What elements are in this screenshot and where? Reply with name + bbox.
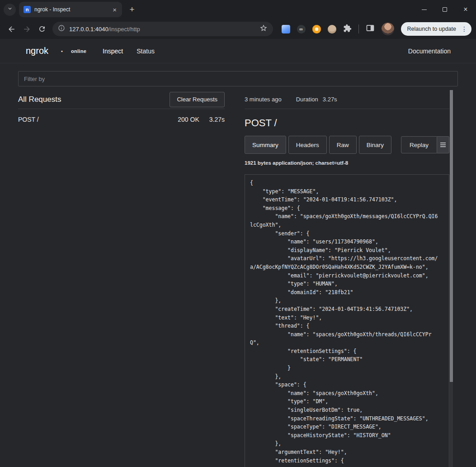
toolbar-divider [358,24,359,33]
browser-tab[interactable]: n ngrok - Inspect × [19,2,122,17]
relaunch-button[interactable]: Relaunch to update ⋮ [401,22,471,36]
forward-arrow-icon [23,25,31,33]
bookmark-star-icon[interactable] [259,24,268,34]
back-button[interactable] [4,21,19,37]
scrollbar-thumb[interactable] [450,90,453,382]
toolbar-right-cluster: ∞ Relaunch to update ⋮ [282,22,472,36]
panel-scrollbar[interactable] [450,90,453,467]
request-body-block: { "type": "MESSAGE", "eventTime": "2024-… [245,174,449,467]
tab-binary[interactable]: Binary [359,136,391,154]
extension-icon-orange[interactable] [312,25,321,33]
side-panel-icon[interactable] [366,24,375,34]
ngrok-favicon: n [24,6,31,13]
request-row-right: 200 OK 3.27s [178,116,225,123]
tab-search-button[interactable] [4,4,16,16]
all-requests-title: All Requests [18,95,61,104]
relaunch-label: Relaunch to update [407,26,456,32]
app-header: ngrok • online Inspect Status Documentat… [0,39,476,63]
tab-title: ngrok - Inspect [34,6,108,13]
filter-input[interactable] [18,71,458,86]
duration-label: Duration [296,96,318,103]
nav-item-status[interactable]: Status [137,48,155,55]
url-text: 127.0.0.1:4040/inspect/http [69,26,140,33]
extensions-puzzle-icon[interactable] [343,24,352,34]
replay-group: Replay [401,136,449,153]
forward-button[interactable] [19,21,34,37]
columns: All Requests Clear Requests POST / 200 O… [18,90,458,467]
ngrok-logo: ngrok [26,46,48,56]
back-arrow-icon [7,25,16,33]
new-tab-button[interactable]: + [126,3,138,16]
clear-requests-button[interactable]: Clear Requests [170,92,225,107]
request-row[interactable]: POST / 200 OK 3.27s [18,109,225,130]
detail-tabs-row: Summary Headers Raw Binary Replay [245,136,449,154]
tab-headers[interactable]: Headers [288,136,327,154]
replay-button[interactable]: Replay [401,136,437,153]
requests-panel-header: All Requests Clear Requests [18,90,225,109]
tab-raw[interactable]: Raw [329,136,357,154]
site-info-icon[interactable] [58,24,65,33]
reload-icon [38,25,46,33]
detail-panel: 3 minutes ago Duration 3.27s POST / Summ… [245,90,458,467]
request-status: 200 OK [178,116,199,123]
extension-icon-1[interactable] [282,25,290,33]
request-duration: 3.27s [209,116,225,123]
online-status: online [71,48,86,54]
profile-avatar[interactable] [382,23,394,35]
requests-panel: All Requests Clear Requests POST / 200 O… [18,90,225,467]
content-meta: 1921 bytes application/json; charset=utf… [245,160,449,166]
reload-button[interactable] [34,21,50,37]
url-host: 127.0.0.1:4040 [69,26,108,33]
minimize-button[interactable] [414,0,434,19]
close-button[interactable]: × [455,0,476,19]
url-path: /inspect/http [108,26,140,33]
chevron-down-icon [7,5,13,14]
detail-title: POST / [245,117,449,129]
request-method-path: POST / [18,116,39,123]
ngrok-app: ngrok • online Inspect Status Documentat… [0,39,476,467]
status-separator-dot: • [61,48,63,54]
hamburger-menu-icon [440,143,446,147]
maximize-button[interactable] [434,0,455,19]
tab-strip: n ngrok - Inspect × + × [0,0,476,19]
extension-icon-tan[interactable] [328,25,336,33]
kebab-menu-icon[interactable]: ⋮ [459,24,469,34]
documentation-link[interactable]: Documentation [408,48,451,55]
tab-close-icon[interactable]: × [112,6,118,14]
nav-item-inspect[interactable]: Inspect [103,48,123,55]
app-content: All Requests Clear Requests POST / 200 O… [0,63,476,467]
omnibox[interactable]: 127.0.0.1:4040/inspect/http [52,22,273,36]
time-ago: 3 minutes ago [245,96,282,103]
replay-menu-button[interactable] [437,136,449,153]
tab-summary[interactable]: Summary [245,136,286,154]
browser-toolbar: 127.0.0.1:4040/inspect/http ∞ Relaunch t… [0,19,476,39]
detail-meta-row: 3 minutes ago Duration 3.27s [245,90,449,109]
request-body-json: { "type": "MESSAGE", "eventTime": "2024-… [250,179,444,465]
window-controls: × [414,0,476,19]
duration-group: Duration 3.27s [296,96,337,103]
browser-window: n ngrok - Inspect × + × 127.0.0.1:4040/i… [0,0,476,467]
duration-value: 3.27s [323,96,337,103]
extension-icon-goggles[interactable]: ∞ [297,25,306,33]
